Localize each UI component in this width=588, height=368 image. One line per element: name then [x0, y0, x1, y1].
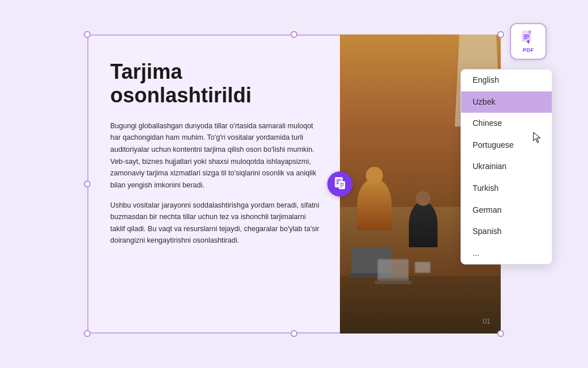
handle-top-mid[interactable]: [291, 31, 297, 38]
lang-item-turkish[interactable]: Turkish: [461, 178, 552, 200]
ai-badge[interactable]: AI: [327, 171, 353, 197]
svg-rect-1: [378, 260, 408, 278]
lang-item-english[interactable]: English: [461, 70, 552, 91]
language-dropdown: English Uzbek Chinese Portuguese Ukraini…: [461, 69, 552, 264]
handle-bottom-left[interactable]: [84, 330, 91, 337]
pdf-icon: [520, 30, 536, 46]
slide-title: Tarjima osonlashtirildi: [110, 60, 322, 108]
mouse-cursor: [532, 131, 544, 143]
ai-icon: AI: [333, 177, 347, 191]
lang-item-spanish[interactable]: Spanish: [461, 221, 552, 243]
handle-mid-left[interactable]: [84, 181, 91, 187]
svg-text:AI: AI: [342, 178, 346, 181]
svg-rect-4: [416, 263, 430, 272]
handle-bottom-right[interactable]: [497, 330, 504, 337]
lang-item-uzbek[interactable]: Uzbek: [461, 91, 552, 113]
main-container: Tarjima osonlashtirildi Bugungi globalla…: [0, 0, 588, 368]
handle-top-left[interactable]: [84, 31, 91, 38]
lang-item-german[interactable]: German: [461, 200, 552, 221]
slide-text-area: Tarjima osonlashtirildi Bugungi globalla…: [87, 34, 340, 334]
slide-paragraph-1: Bugungi globallashgan dunyoda tillar o'r…: [110, 120, 322, 191]
slide-wrapper: Tarjima osonlashtirildi Bugungi globalla…: [87, 34, 501, 334]
page-number: 01: [483, 317, 490, 325]
lang-item-more[interactable]: ...: [461, 243, 552, 264]
slide-body: Bugungi globallashgan dunyoda tillar o'r…: [110, 120, 322, 247]
pdf-export-button[interactable]: PDF: [510, 23, 547, 60]
svg-rect-2: [374, 281, 412, 284]
pdf-label: PDF: [523, 47, 534, 53]
slide-content: Tarjima osonlashtirildi Bugungi globalla…: [87, 34, 501, 334]
handle-top-right[interactable]: [497, 31, 504, 38]
svg-rect-15: [528, 30, 531, 33]
lang-item-ukrainian[interactable]: Ukrainian: [461, 156, 552, 178]
slide-paragraph-2: Ushbu vositalar jarayonni soddalashtiris…: [110, 200, 322, 247]
handle-bottom-mid[interactable]: [291, 330, 297, 337]
